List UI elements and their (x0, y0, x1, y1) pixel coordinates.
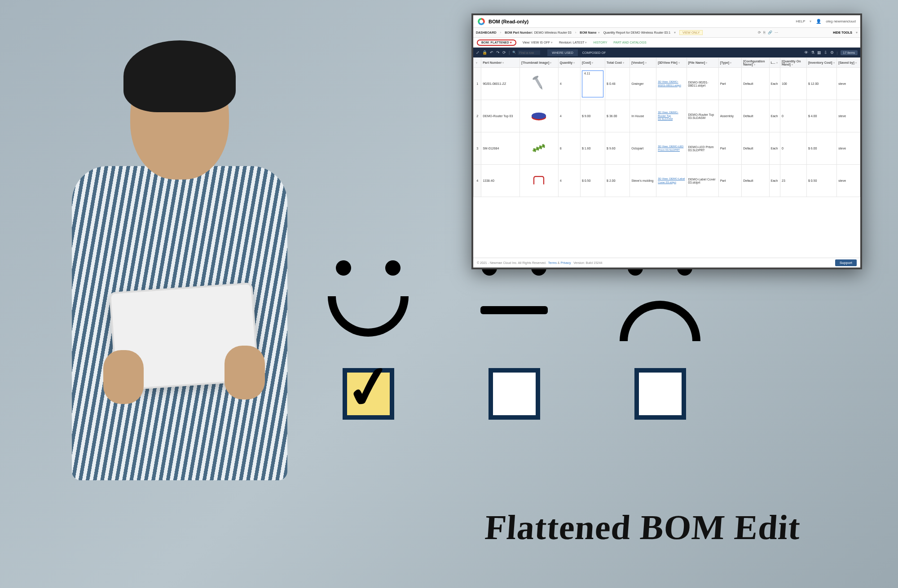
neutral-face (469, 260, 559, 341)
view3d-link: 3D View: DEMO-Router Top 03.SLDASM (658, 111, 685, 121)
thumbnail-cell (520, 100, 559, 132)
view3d-link: 3D View: DEMO-LED Prism 03.SLDPRT (658, 145, 685, 152)
where-used-tab[interactable]: WHERE USED (547, 49, 577, 56)
user-name[interactable]: oleg newmancloud (826, 19, 856, 23)
checkbox-neutral[interactable] (489, 368, 540, 420)
app-footer: © 2021 - Newman Cloud Inc. All Rights Re… (473, 258, 860, 268)
tablet-device (109, 282, 260, 391)
view3d-link: 3D View: DEMO-90201-08011.sldprt (658, 80, 685, 88)
col-header[interactable]: [Saved by] (837, 58, 860, 68)
thumbnail-cell (520, 68, 559, 100)
help-link[interactable]: HELP (796, 19, 805, 23)
undo-icon[interactable]: ↶ (490, 50, 493, 55)
search-icon: 🔍 (512, 51, 516, 54)
dashboard-link[interactable]: DASHBOARD (476, 31, 497, 34)
smile-face (323, 260, 413, 341)
view-only-badge: VIEW ONLY (679, 30, 703, 35)
view-dropdown[interactable]: View: VIEW IS OFF ▾ (523, 41, 553, 44)
view-tabs: BOM: FLATTENED ▾ View: VIEW IS OFF ▾ Rev… (473, 38, 860, 48)
part-number-cell[interactable]: 1338-40 (481, 165, 520, 197)
part-catalog-link[interactable]: PART AND CATALOGS (613, 41, 646, 44)
more-icon[interactable]: ⋯ (775, 31, 778, 35)
col-header[interactable]: L... (769, 58, 780, 68)
col-header[interactable]: [File Name] (687, 58, 718, 68)
copy-icon[interactable]: ⎘ (763, 31, 766, 35)
hide-tools-toggle[interactable]: HIDE TOOLS (833, 31, 852, 34)
app-logo-icon (478, 18, 485, 25)
col-header[interactable]: Part Number (481, 58, 520, 68)
redo-icon[interactable]: ↷ (496, 50, 500, 55)
export-icon[interactable]: ⇩ (824, 50, 828, 55)
caption-text: Flattened BOM Edit (484, 507, 802, 548)
refresh-icon[interactable]: ⟳ (758, 31, 761, 35)
table-row[interactable]: 41338-404$ 0.50$ 2.00Steve's molding3D V… (474, 165, 860, 197)
checkbox-sad[interactable] (634, 368, 686, 420)
thumbnail-cell (520, 165, 559, 197)
privacy-link[interactable]: Privacy (560, 261, 571, 264)
bom-mode-dropdown[interactable]: BOM: FLATTENED ▾ (477, 39, 516, 46)
col-header[interactable]: Quantity (558, 58, 580, 68)
columns-icon[interactable]: ▦ (817, 50, 821, 55)
part-number-cell[interactable]: SM-012684 (481, 132, 520, 165)
col-header[interactable]: [3DView File] (656, 58, 687, 68)
app-title: BOM (Read-only) (489, 19, 528, 24)
terms-link[interactable]: Terms (548, 261, 557, 264)
composed-of-tab[interactable]: COMPOSED OF (578, 49, 611, 56)
col-header[interactable] (474, 58, 481, 68)
col-header[interactable]: [Cost] (580, 58, 605, 68)
col-header[interactable]: [Quantity On Hand] (780, 58, 807, 68)
col-header[interactable]: Total Cost (605, 58, 630, 68)
col-header[interactable]: [Thumbnail Image] (520, 58, 559, 68)
checkmark-icon: ✓ (342, 364, 396, 411)
part-number-cell[interactable]: DEMO-Router Top 03 (481, 100, 520, 132)
rating-faces: ✓ (323, 260, 705, 420)
col-header[interactable]: [Vendor] (630, 58, 656, 68)
search-input[interactable] (518, 50, 540, 55)
grid-toolbar: ⤢ 🔒 ↶ ↷ ⟳ | 🔍 WHERE USED COMPOSED OF 👁 ⚗… (473, 48, 860, 57)
item-count-badge: 17 items (841, 50, 858, 55)
history-link[interactable]: HISTORY (593, 41, 607, 44)
header-row: Part Number[Thumbnail Image]Quantity[Cos… (474, 58, 860, 68)
eye-icon[interactable]: 👁 (804, 50, 808, 55)
lock-icon[interactable]: 🔒 (482, 50, 487, 55)
revision-dropdown[interactable]: Revision: LATEST ▾ (559, 41, 587, 44)
expand-icon[interactable]: ⤢ (476, 50, 480, 55)
breadcrumb-bar: DASHBOARD › BOM Part Number: DEMO-Wirele… (473, 28, 860, 38)
sad-face (615, 260, 705, 341)
share-icon[interactable]: 🔗 (768, 31, 772, 35)
col-header[interactable]: [Configuration Name] (742, 58, 769, 68)
table-row[interactable]: 3SM-0126848$ 1.60$ 9.60Octopart3D View: … (474, 132, 860, 165)
bom-app-window: BOM (Read-only) HELP ▾ 👤 oleg newmanclou… (471, 13, 862, 269)
filter-icon[interactable]: ⚗ (811, 50, 814, 55)
bom-grid[interactable]: Part Number[Thumbnail Image]Quantity[Cos… (473, 57, 860, 258)
table-row[interactable]: 190201-08011-ZZ44.11$ 0.48Grainger3D Vie… (474, 68, 860, 100)
app-header: BOM (Read-only) HELP ▾ 👤 oleg newmanclou… (473, 15, 860, 28)
view3d-link: 3D View: DEMO-Label Cover 03.sldprt (658, 177, 685, 184)
svg-point-4 (532, 113, 546, 119)
col-header[interactable]: [Type] (718, 58, 742, 68)
checkbox-happy[interactable]: ✓ (343, 368, 394, 420)
col-header[interactable]: [Inventory Cost] (806, 58, 836, 68)
part-number-cell[interactable]: 90201-08011-ZZ (481, 68, 520, 100)
cost-edit-cell[interactable]: 4.11 (582, 70, 603, 97)
refresh-grid-icon[interactable]: ⟳ (502, 50, 506, 55)
user-icon: 👤 (816, 19, 821, 24)
thumbnail-cell (520, 132, 559, 165)
support-button[interactable]: Support (835, 259, 857, 266)
person-photo (45, 36, 314, 575)
table-row[interactable]: 2DEMO-Router Top 034$ 9.00$ 36.00In Hous… (474, 100, 860, 132)
settings-icon[interactable]: ⚙ (830, 50, 834, 55)
